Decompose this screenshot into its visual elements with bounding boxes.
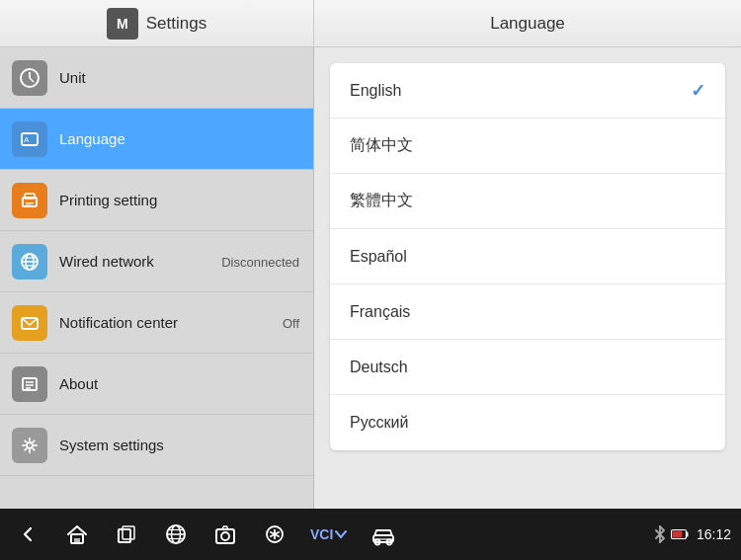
language-label: Language <box>59 130 301 147</box>
car-button[interactable] <box>366 517 401 552</box>
unit-icon <box>12 60 47 96</box>
language-name-russian: Русский <box>350 414 408 432</box>
language-list: English ✓ 简体中文 繁體中文 Español Français Deu… <box>330 63 725 450</box>
recents-button[interactable] <box>109 517 144 552</box>
svg-rect-6 <box>25 194 35 199</box>
bottom-nav: VCI <box>10 517 401 552</box>
printing-text: Printing setting <box>59 192 301 208</box>
right-panel: English ✓ 简体中文 繁體中文 Español Français Deu… <box>314 47 741 509</box>
language-name-english: English <box>350 82 401 100</box>
language-name-spanish: Español <box>350 248 407 266</box>
svg-rect-21 <box>74 538 80 543</box>
system-text: System settings <box>59 437 301 453</box>
language-name-simplified-chinese: 简体中文 <box>350 135 413 156</box>
svg-point-19 <box>27 442 33 448</box>
notification-text: Notification center <box>59 314 301 331</box>
main-content: Unit A Language <box>0 47 741 509</box>
status-icons <box>653 525 689 543</box>
sidebar-item-printing[interactable]: Printing setting <box>0 170 313 231</box>
language-item-traditional-chinese[interactable]: 繁體中文 <box>330 174 725 229</box>
bluetooth-icon <box>653 525 667 543</box>
language-icon: A <box>12 121 47 157</box>
svg-rect-8 <box>26 204 31 206</box>
home-button[interactable] <box>59 517 95 552</box>
battery-icon <box>671 528 689 540</box>
language-item-russian[interactable]: Русский <box>330 395 725 450</box>
system-icon <box>12 428 47 463</box>
sidebar: Unit A Language <box>0 47 314 509</box>
notification-status: Off <box>283 315 299 330</box>
about-label: About <box>59 375 301 392</box>
header-right: Language <box>314 0 741 46</box>
language-item-spanish[interactable]: Español <box>330 229 725 284</box>
svg-rect-29 <box>216 529 234 543</box>
unit-label: Unit <box>59 69 301 86</box>
svg-rect-22 <box>119 529 130 542</box>
language-name-german: Deutsch <box>350 359 408 376</box>
language-item-french[interactable]: Français <box>330 284 725 340</box>
network-icon <box>12 244 47 280</box>
svg-rect-7 <box>26 202 34 204</box>
browser-button[interactable] <box>158 517 194 552</box>
network-status: Disconnected <box>221 254 299 269</box>
vci-button[interactable]: VCI <box>306 517 352 552</box>
svg-rect-41 <box>672 531 682 538</box>
language-title: Language <box>490 14 565 34</box>
sidebar-item-about[interactable]: About <box>0 354 313 415</box>
status-area: 16:12 <box>653 525 731 543</box>
sidebar-item-notification[interactable]: Notification center Off <box>0 292 313 354</box>
sidebar-item-language[interactable]: A Language <box>0 109 313 170</box>
sidebar-item-unit[interactable]: Unit <box>0 47 313 109</box>
bottom-bar: VCI <box>0 509 741 560</box>
camera-button[interactable] <box>207 517 243 552</box>
sidebar-item-system[interactable]: System settings <box>0 415 313 476</box>
svg-rect-23 <box>123 526 134 539</box>
svg-point-30 <box>221 532 229 540</box>
header-left: M Settings <box>0 0 314 46</box>
unit-text: Unit <box>59 69 301 86</box>
system-label: System settings <box>59 437 301 453</box>
notification-label: Notification center <box>59 314 301 331</box>
settings-title: Settings <box>146 14 206 34</box>
checkmark-english: ✓ <box>691 80 705 102</box>
language-name-traditional-chinese: 繁體中文 <box>350 191 413 211</box>
language-item-english[interactable]: English ✓ <box>330 63 725 119</box>
time-display: 16:12 <box>697 526 731 542</box>
about-text: About <box>59 375 301 392</box>
svg-text:A: A <box>24 135 30 144</box>
language-item-german[interactable]: Deutsch <box>330 340 725 395</box>
vci-label: VCI <box>310 526 333 542</box>
language-item-simplified-chinese[interactable]: 简体中文 <box>330 119 725 174</box>
printing-label: Printing setting <box>59 192 301 208</box>
svg-rect-40 <box>686 532 688 537</box>
m-logo-icon: M <box>107 8 138 40</box>
svg-line-2 <box>30 78 34 82</box>
language-name-french: Français <box>350 303 410 321</box>
sidebar-item-network[interactable]: Wired network Disconnected <box>0 231 313 292</box>
header: M Settings Language <box>0 0 741 47</box>
notification-icon <box>12 305 47 341</box>
printing-icon <box>12 183 47 218</box>
about-icon <box>12 366 47 402</box>
language-text: Language <box>59 130 301 147</box>
back-button[interactable] <box>10 517 45 552</box>
settings-bottom-button[interactable] <box>257 517 292 552</box>
